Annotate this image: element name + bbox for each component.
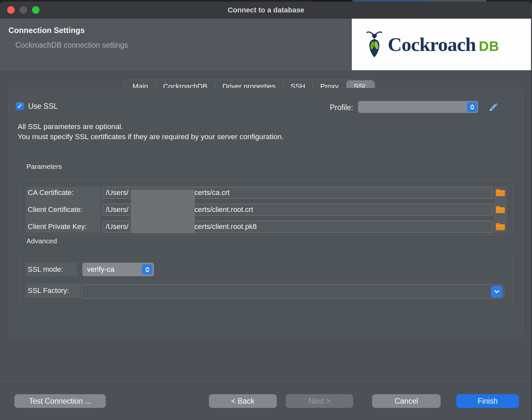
parameters-group-label: Parameters: [26, 163, 62, 170]
info-line-2: You must specify SSL certificates if the…: [18, 132, 284, 142]
browse-ca-certificate-button[interactable]: [495, 188, 506, 197]
info-line-1: All SSL parameters are optional.: [18, 121, 284, 132]
redaction-overlay: [131, 190, 195, 233]
ca-certificate-label: CA Certificate:: [26, 187, 74, 199]
use-ssl-checkbox[interactable]: ✓: [16, 102, 24, 110]
browse-client-private-key-button[interactable]: [495, 222, 506, 231]
profile-select[interactable]: [358, 101, 478, 113]
use-ssl-label: Use SSL: [28, 102, 58, 111]
footer-divider: [0, 381, 532, 382]
minimize-button[interactable]: [20, 6, 27, 14]
ssl-factory-dropdown-button[interactable]: [491, 286, 503, 298]
client-private-key-label: Client Private Key:: [26, 221, 87, 233]
connect-dialog: Connect to a database Connection Setting…: [0, 2, 532, 420]
window-title: Connect to a database: [0, 2, 532, 19]
edit-profile-button[interactable]: [487, 101, 500, 113]
traffic-lights: [7, 6, 39, 14]
cockroach-bug-icon: [366, 29, 383, 60]
folder-icon: [495, 223, 505, 231]
cockroachdb-logo: Cockroach DB: [352, 19, 532, 70]
ssl-mode-label: SSL mode:: [26, 263, 77, 276]
parameters-groupbox: CA Certificate: /Users//certs/ca.crt Cli…: [20, 180, 513, 235]
ssl-mode-value: verify-ca: [87, 263, 114, 276]
chevron-down-icon: [493, 288, 500, 295]
page-subtitle: CockroachDB connection settings: [15, 41, 128, 50]
ssl-factory-combo[interactable]: [81, 284, 504, 299]
titlebar: Connect to a database: [0, 2, 532, 19]
advanced-groupbox: SSL mode: verify-ca SSL Factory:: [20, 254, 513, 306]
logo-suffix-text: DB: [479, 39, 499, 54]
cancel-button[interactable]: Cancel: [372, 394, 441, 408]
ssl-tab-panel: ✓ Use SSL Profile:: [9, 88, 524, 338]
logo-brand-text: Cockroach: [388, 33, 476, 56]
ssl-mode-select[interactable]: verify-ca: [82, 263, 154, 276]
stepper-icon: [142, 264, 152, 275]
back-button[interactable]: < Back: [209, 394, 277, 408]
pencil-icon: [488, 102, 499, 113]
next-button[interactable]: Next >: [286, 394, 353, 408]
ssl-info-text: All SSL parameters are optional. You mus…: [18, 121, 284, 142]
checkmark-icon: ✓: [17, 103, 23, 110]
dialog-header: Connection Settings CockroachDB connecti…: [0, 19, 532, 70]
test-connection-button[interactable]: Test Connection ...: [14, 394, 106, 408]
advanced-group-label: Advanced: [26, 237, 57, 245]
finish-button[interactable]: Finish: [456, 394, 519, 408]
client-certificate-label: Client Certificate:: [26, 204, 83, 216]
stepper-icon: [467, 102, 477, 112]
folder-icon: [495, 189, 505, 197]
screen: Connect to a database Connection Setting…: [0, 0, 532, 420]
profile-label: Profile:: [302, 103, 353, 112]
page-title: Connection Settings: [8, 26, 85, 35]
close-button[interactable]: [7, 6, 15, 14]
zoom-button[interactable]: [32, 6, 39, 14]
browse-client-certificate-button[interactable]: [495, 205, 506, 214]
folder-icon: [495, 206, 505, 214]
ssl-factory-label: SSL Factory:: [26, 283, 80, 298]
